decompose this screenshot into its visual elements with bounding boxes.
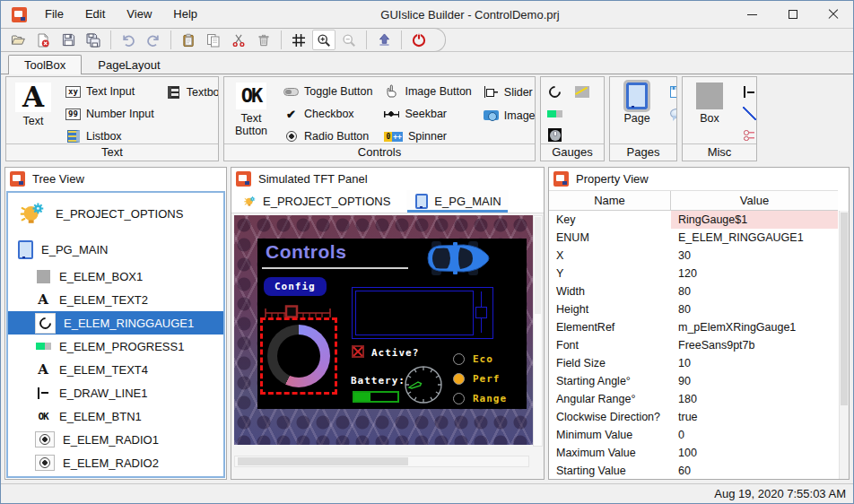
save-as-button[interactable]: [82, 30, 105, 50]
menu-file[interactable]: File: [34, 1, 74, 28]
ribbon-item-graph[interactable]: [742, 127, 756, 143]
tft-battery-progressbar[interactable]: [353, 391, 399, 403]
ribbon-item-progressbar[interactable]: [547, 106, 562, 121]
open-button[interactable]: [6, 30, 30, 50]
property-value[interactable]: 100: [671, 444, 838, 462]
ribbon-item-listbox[interactable]: Listbox: [65, 129, 154, 143]
minimize-button[interactable]: [732, 1, 772, 28]
property-value[interactable]: RingGauge$1: [671, 211, 838, 229]
tree-item-clipped[interactable]: [8, 474, 223, 478]
tree-item-e_elem_text2[interactable]: AE_ELEM_TEXT2: [8, 288, 223, 311]
zoom-out-button[interactable]: [337, 30, 361, 50]
ribbon-item-text-input[interactable]: xyText Input: [65, 84, 154, 99]
tab-pagelayout[interactable]: PageLayout: [82, 55, 176, 74]
file-close-button[interactable]: [31, 30, 55, 50]
property-value[interactable]: m_pElemXRingGauge1: [671, 318, 838, 336]
tft-radial-gauge[interactable]: [403, 364, 444, 405]
tab-toolbox[interactable]: ToolBox: [8, 55, 82, 74]
menu-edit[interactable]: Edit: [74, 1, 116, 28]
undo-button[interactable]: [117, 30, 140, 50]
ribbon-item-seekbar[interactable]: Seekbar: [384, 107, 471, 121]
tft-tab-project-options[interactable]: E_PROJECT_OPTIONS: [235, 190, 397, 213]
property-value[interactable]: 80: [671, 282, 838, 300]
tree-item-e_elem_progress1[interactable]: E_ELEM_PROGRESS1: [8, 335, 223, 358]
ribbon-item-page[interactable]: Page: [616, 81, 658, 143]
tft-active-checkbox[interactable]: [352, 345, 364, 358]
tree-item-e_elem_btn1[interactable]: OKE_ELEM_BTN1: [8, 404, 223, 428]
ribbon-item-image[interactable]: Image: [484, 108, 535, 123]
import-button[interactable]: [372, 30, 396, 50]
tft-radio-range[interactable]: Range: [453, 393, 507, 404]
menu-view[interactable]: View: [116, 1, 162, 28]
tft-title-text[interactable]: Controls: [266, 241, 346, 263]
tft-radio-perf[interactable]: Perf: [453, 373, 507, 385]
tree-item-e_elem_ringgauge1[interactable]: E_ELEM_RINGGAUGE1: [8, 311, 223, 335]
property-value[interactable]: 90: [671, 372, 838, 390]
ribbon-item-image-button[interactable]: Image Button: [384, 84, 471, 99]
delete-button[interactable]: [252, 30, 275, 50]
cut-button[interactable]: [227, 30, 250, 50]
tree-item-e_elem_radio1[interactable]: E_ELEM_RADIO1: [8, 428, 223, 451]
app-logo-icon[interactable]: [12, 7, 27, 22]
property-value[interactable]: 10: [671, 354, 838, 372]
ribbon-item-box[interactable]: Box: [689, 81, 730, 143]
tree-item-e_elem_box1[interactable]: E_ELEM_BOX1: [8, 265, 223, 288]
tree-item-e_elem_radio2[interactable]: E_ELEM_RADIO2: [8, 451, 223, 474]
close-button[interactable]: [813, 1, 853, 28]
ribbon-item-radio-button[interactable]: Radio Button: [283, 129, 372, 143]
tft-config-button[interactable]: Config: [264, 277, 327, 296]
property-value[interactable]: 180: [671, 390, 838, 408]
scrollbar-thumb[interactable]: [841, 213, 848, 405]
ribbon-item-text-button[interactable]: OK Text Button: [231, 81, 272, 143]
property-value[interactable]: 60: [671, 462, 838, 479]
paste-button[interactable]: [177, 30, 200, 50]
ribbon-item-radial-gauge[interactable]: [547, 127, 562, 143]
grid-button[interactable]: [287, 30, 310, 50]
exit-button[interactable]: [407, 30, 431, 50]
property-value[interactable]: 0: [671, 426, 838, 444]
ribbon-item-ramp-gauge[interactable]: [574, 84, 589, 100]
tft-horizontal-scrollbar[interactable]: [234, 456, 529, 467]
ribbon-item-diagonal-line[interactable]: [742, 106, 756, 121]
property-value[interactable]: true: [671, 408, 838, 426]
ribbon-item-slider[interactable]: Slider: [484, 84, 535, 100]
ribbon-item-spinner[interactable]: 0++Spinner: [384, 129, 471, 143]
property-value[interactable]: E_ELEM_RINGGAUGE1: [671, 229, 838, 247]
tree-item-e_pg_main[interactable]: E_PG_MAIN: [8, 234, 223, 265]
tft-ringgauge-selection[interactable]: [260, 317, 337, 395]
redo-button[interactable]: [142, 30, 165, 50]
tft-textbox[interactable]: [352, 287, 493, 339]
property-value[interactable]: FreeSans9pt7b: [671, 336, 838, 354]
ribbon-item-checkbox[interactable]: ✔Checkbox: [283, 107, 372, 121]
tft-canvas[interactable]: Controls Config: [231, 213, 544, 479]
tft-screen[interactable]: Controls Config: [257, 239, 527, 409]
ribbon-item-base-page[interactable]: [669, 84, 676, 100]
tft-radio-eco[interactable]: Eco: [453, 353, 507, 365]
ribbon-item-textbox[interactable]: Textbox: [166, 84, 218, 100]
tree-item-e_elem_text4[interactable]: AE_ELEM_TEXT4: [8, 358, 223, 381]
property-vertical-scrollbar[interactable]: [839, 211, 849, 479]
tree-item-e_draw_line1[interactable]: E_DRAW_LINE1: [8, 381, 223, 404]
tft-vertical-scrollbar[interactable]: [533, 215, 543, 447]
ribbon-item-number-input[interactable]: 99Number Input: [65, 107, 154, 121]
tft-ringgauge[interactable]: [267, 325, 330, 387]
property-value[interactable]: 120: [671, 265, 838, 282]
scrollbar-thumb[interactable]: [238, 457, 408, 465]
property-value[interactable]: 80: [671, 300, 838, 318]
maximize-button[interactable]: [772, 1, 813, 28]
save-button[interactable]: [57, 30, 80, 50]
tft-car-image[interactable]: [421, 241, 491, 275]
ribbon-item-text[interactable]: A Text: [13, 81, 54, 143]
copy-button[interactable]: [202, 30, 225, 50]
tree-item-e_project_options[interactable]: E_PROJECT_OPTIONS: [8, 193, 223, 234]
scrollbar-thumb[interactable]: [535, 217, 541, 314]
tft-tab-pg-main[interactable]: E_PG_MAIN: [406, 190, 508, 213]
property-value[interactable]: 30: [671, 247, 838, 265]
ribbon-item-line[interactable]: [742, 84, 756, 100]
tft-vertical-slider-handle[interactable]: [475, 307, 487, 318]
zoom-in-button[interactable]: [312, 30, 336, 50]
ribbon-item-ringgauge[interactable]: [547, 84, 562, 100]
menu-help[interactable]: Help: [162, 1, 208, 28]
ribbon-item-popup-page[interactable]: [669, 106, 676, 121]
ribbon-item-toggle-button[interactable]: Toggle Button: [283, 84, 372, 99]
